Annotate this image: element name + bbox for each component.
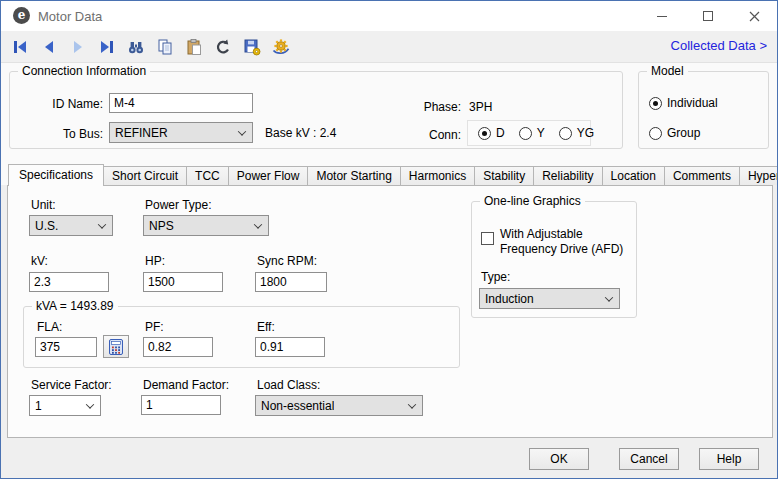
- graphics-type-select[interactable]: Induction: [479, 288, 620, 309]
- radio-selected-icon: [478, 127, 491, 140]
- tab-reliability[interactable]: Reliability: [533, 166, 602, 185]
- maximize-icon: [703, 11, 713, 21]
- radio-icon: [559, 127, 572, 140]
- conn-option-d[interactable]: D: [478, 126, 505, 140]
- tab-label: Harmonics: [409, 169, 466, 183]
- chevron-down-icon: [238, 127, 246, 135]
- options-button[interactable]: [270, 37, 292, 57]
- one-line-graphics-title: One-line Graphics: [480, 194, 585, 208]
- close-icon: [749, 11, 760, 22]
- id-name-input[interactable]: [109, 93, 253, 113]
- model-group-title: Model: [647, 64, 688, 78]
- afd-checkbox[interactable]: [481, 232, 494, 245]
- previous-record-icon: [39, 37, 59, 57]
- demand-factor-input[interactable]: [141, 395, 221, 415]
- eff-input[interactable]: [255, 337, 325, 357]
- load-class-select[interactable]: Non-essential: [255, 395, 423, 416]
- motor-data-dialog: e Motor Data: [0, 0, 778, 479]
- copy-button[interactable]: [154, 37, 176, 57]
- chevron-down-icon: [86, 400, 94, 408]
- kv-input[interactable]: [29, 272, 109, 292]
- title-bar: e Motor Data: [1, 1, 777, 31]
- tab-label: Stability: [483, 169, 525, 183]
- tab-short-circuit[interactable]: Short Circuit: [103, 166, 187, 185]
- chevron-down-icon: [254, 220, 262, 228]
- tab-strip: Specifications Short Circuit TCC Power F…: [8, 164, 778, 185]
- minimize-icon: [657, 16, 667, 17]
- calculator-icon: [109, 339, 123, 355]
- sync-rpm-input[interactable]: [255, 272, 327, 292]
- conn-option-y-label: Y: [537, 126, 545, 140]
- next-record-button[interactable]: [67, 37, 89, 57]
- tab-label: Reliability: [542, 169, 593, 183]
- chevron-down-icon: [408, 400, 416, 408]
- tab-power-flow[interactable]: Power Flow: [228, 166, 309, 185]
- afd-checkbox-label: With Adjustable Frequency Drive (AFD): [500, 227, 632, 257]
- tab-label: Short Circuit: [112, 169, 178, 183]
- tab-harmonics[interactable]: Harmonics: [400, 166, 475, 185]
- demand-factor-label: Demand Factor:: [143, 378, 229, 392]
- ok-button[interactable]: OK: [529, 448, 589, 470]
- first-record-icon: [10, 37, 30, 57]
- conn-option-yg[interactable]: YG: [559, 126, 594, 140]
- tab-tcc[interactable]: TCC: [186, 166, 229, 185]
- cancel-button[interactable]: Cancel: [619, 448, 679, 470]
- tab-motor-starting[interactable]: Motor Starting: [307, 166, 400, 185]
- phase-value: 3PH: [469, 100, 492, 114]
- tab-label: Specifications: [19, 168, 93, 182]
- collected-data-link[interactable]: Collected Data >: [671, 38, 767, 53]
- unit-select[interactable]: U.S.: [29, 215, 113, 236]
- eff-label: Eff:: [257, 320, 275, 334]
- model-individual-label: Individual: [667, 96, 718, 110]
- service-factor-select[interactable]: 1: [29, 395, 101, 416]
- conn-option-yg-label: YG: [577, 126, 594, 140]
- kv-label: kV:: [31, 254, 48, 268]
- next-record-icon: [68, 37, 88, 57]
- hp-label: HP:: [145, 254, 165, 268]
- previous-record-button[interactable]: [38, 37, 60, 57]
- hp-input[interactable]: [143, 272, 223, 292]
- graphics-type-label: Type:: [481, 270, 510, 284]
- base-kv-text: Base kV : 2.4: [265, 126, 336, 140]
- to-bus-select[interactable]: REFINER: [109, 122, 253, 143]
- close-button[interactable]: [731, 1, 777, 31]
- tab-label: Comments: [673, 169, 731, 183]
- tab-hyperlinks[interactable]: Hyperlinks: [739, 166, 778, 185]
- to-bus-label: To Bus:: [23, 127, 103, 141]
- connection-group-title: Connection Information: [18, 64, 150, 78]
- options-gear-icon: [271, 37, 291, 57]
- toolbar: Collected Data >: [1, 31, 777, 63]
- tab-comments[interactable]: Comments: [664, 166, 740, 185]
- radio-selected-icon: [649, 97, 662, 110]
- service-factor-label: Service Factor:: [31, 378, 112, 392]
- first-record-button[interactable]: [9, 37, 31, 57]
- paste-button[interactable]: [183, 37, 205, 57]
- save-settings-button[interactable]: [241, 37, 263, 57]
- model-option-group[interactable]: Group: [649, 126, 700, 140]
- tab-specifications[interactable]: Specifications: [8, 164, 104, 186]
- radio-icon: [649, 127, 662, 140]
- conn-label: Conn:: [393, 128, 461, 142]
- tab-label: Hyperlinks: [748, 169, 778, 183]
- minimize-button[interactable]: [639, 1, 684, 31]
- find-button[interactable]: [125, 37, 147, 57]
- pf-input[interactable]: [143, 337, 213, 357]
- chevron-down-icon: [98, 220, 106, 228]
- maximize-button[interactable]: [685, 1, 730, 31]
- power-type-select[interactable]: NPS: [143, 215, 269, 236]
- model-option-individual[interactable]: Individual: [649, 96, 718, 110]
- load-class-label: Load Class:: [257, 378, 320, 392]
- help-button[interactable]: Help: [699, 448, 759, 470]
- phase-label: Phase:: [393, 100, 461, 114]
- tab-location[interactable]: Location: [602, 166, 665, 185]
- calculator-button[interactable]: [103, 335, 129, 358]
- pf-label: PF:: [145, 320, 164, 334]
- last-record-button[interactable]: [96, 37, 118, 57]
- conn-option-y[interactable]: Y: [519, 126, 545, 140]
- id-name-label: ID Name:: [23, 97, 103, 111]
- fla-input[interactable]: [35, 337, 97, 357]
- sync-rpm-label: Sync RPM:: [257, 254, 317, 268]
- tab-stability[interactable]: Stability: [474, 166, 534, 185]
- undo-button[interactable]: [212, 37, 234, 57]
- undo-icon: [213, 37, 233, 57]
